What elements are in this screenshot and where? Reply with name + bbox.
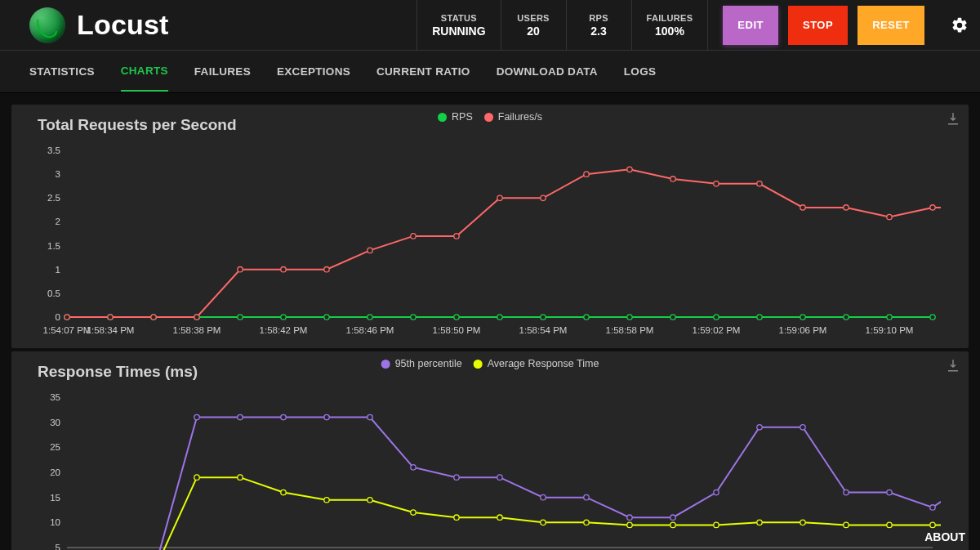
- about-link[interactable]: ABOUT: [924, 530, 965, 543]
- tab-statistics[interactable]: STATISTICS: [29, 52, 95, 91]
- svg-point-34: [670, 315, 675, 320]
- metric-failures: FAILURES 100%: [631, 0, 709, 50]
- svg-point-24: [238, 315, 243, 320]
- svg-point-99: [887, 490, 892, 494]
- tab-exceptions[interactable]: EXCEPTIONS: [277, 52, 350, 91]
- svg-point-92: [584, 494, 589, 499]
- svg-point-46: [281, 267, 286, 272]
- svg-point-93: [627, 515, 632, 520]
- chart-plot: 51015202530351:54:07 PM1:58:34 PM1:58:38…: [26, 384, 941, 550]
- svg-point-107: [324, 498, 329, 503]
- svg-point-114: [627, 522, 632, 527]
- metric-label: USERS: [517, 13, 549, 23]
- svg-point-39: [887, 315, 892, 320]
- edit-button[interactable]: EDIT: [723, 6, 778, 45]
- svg-text:1:58:38 PM: 1:58:38 PM: [173, 325, 221, 335]
- chart-requests-per-second: RPS Failures/s Total Requests per Second…: [11, 105, 969, 348]
- chart-response-times: 95th percentile Average Response Time Re…: [11, 351, 969, 550]
- svg-text:1:59:10 PM: 1:59:10 PM: [866, 325, 914, 335]
- svg-point-42: [108, 315, 113, 320]
- svg-text:1.5: 1.5: [47, 241, 60, 251]
- svg-point-25: [281, 315, 286, 320]
- svg-point-120: [887, 522, 892, 527]
- svg-point-118: [800, 520, 805, 525]
- stop-button[interactable]: STOP: [788, 6, 848, 45]
- svg-point-30: [497, 315, 502, 320]
- svg-point-58: [800, 205, 805, 210]
- svg-text:5: 5: [56, 543, 60, 550]
- svg-point-51: [497, 195, 502, 200]
- svg-point-48: [368, 248, 372, 253]
- svg-point-106: [281, 490, 286, 494]
- svg-point-31: [541, 315, 546, 320]
- charts-area: RPS Failures/s Total Requests per Second…: [0, 93, 980, 550]
- legend-item-rps[interactable]: RPS: [438, 111, 473, 123]
- svg-text:1:58:58 PM: 1:58:58 PM: [606, 325, 654, 335]
- svg-point-59: [844, 205, 849, 210]
- download-chart-button[interactable]: [946, 111, 960, 129]
- metric-label: FAILURES: [647, 13, 693, 23]
- svg-point-61: [930, 205, 935, 210]
- svg-point-49: [411, 234, 416, 239]
- svg-text:35: 35: [50, 392, 60, 402]
- svg-point-85: [281, 414, 286, 419]
- metric-value: 100%: [655, 25, 684, 38]
- reset-button[interactable]: RESET: [858, 6, 924, 45]
- brand-name: Locust: [77, 9, 169, 41]
- svg-point-108: [368, 498, 372, 503]
- legend-dot-icon: [484, 113, 493, 122]
- svg-point-27: [368, 315, 372, 320]
- metric-value: RUNNING: [432, 25, 485, 38]
- svg-point-88: [411, 465, 416, 470]
- svg-point-32: [584, 315, 589, 320]
- svg-point-29: [454, 315, 459, 320]
- legend-label: Failures/s: [498, 111, 542, 123]
- legend-dot-icon: [381, 360, 390, 369]
- svg-point-43: [151, 315, 156, 320]
- legend-label: Average Response Time: [488, 358, 599, 369]
- svg-point-121: [930, 522, 935, 527]
- download-chart-button[interactable]: [946, 358, 960, 376]
- svg-text:3.5: 3.5: [47, 145, 60, 155]
- svg-point-91: [541, 494, 546, 499]
- svg-text:25: 25: [50, 442, 60, 452]
- svg-text:1:58:50 PM: 1:58:50 PM: [433, 325, 481, 335]
- svg-point-110: [454, 515, 459, 520]
- svg-point-100: [930, 505, 935, 510]
- legend-item-avg[interactable]: Average Response Time: [474, 358, 599, 369]
- svg-point-116: [714, 522, 719, 527]
- locust-logo-icon: [29, 7, 65, 43]
- metric-status: STATUS RUNNING: [416, 0, 500, 50]
- svg-text:3: 3: [56, 169, 60, 179]
- tab-charts[interactable]: CHARTS: [121, 51, 168, 92]
- svg-point-40: [930, 315, 935, 320]
- download-icon: [946, 358, 960, 373]
- legend-item-failures[interactable]: Failures/s: [484, 111, 542, 123]
- tab-download-data[interactable]: DOWNLOAD DATA: [497, 52, 598, 91]
- chart-plot: 00.511.522.533.51:54:07 PM1:58:34 PM1:58…: [26, 137, 941, 342]
- svg-text:1: 1: [56, 265, 60, 275]
- tab-logs[interactable]: LOGS: [624, 52, 656, 91]
- svg-text:30: 30: [50, 418, 60, 427]
- svg-point-115: [670, 522, 675, 527]
- legend-dot-icon: [438, 113, 447, 122]
- svg-point-55: [670, 177, 675, 181]
- svg-point-95: [714, 490, 719, 494]
- svg-point-47: [324, 267, 329, 272]
- svg-point-89: [454, 475, 459, 480]
- metric-label: RPS: [589, 13, 608, 23]
- brand: Locust: [0, 7, 169, 43]
- svg-text:0.5: 0.5: [47, 288, 60, 298]
- svg-point-37: [800, 315, 805, 320]
- tab-current-ratio[interactable]: CURRENT RATIO: [376, 52, 470, 91]
- tab-failures[interactable]: FAILURES: [194, 52, 251, 91]
- legend-label: 95th percentile: [395, 358, 462, 369]
- svg-point-104: [194, 475, 199, 480]
- metric-value: 20: [527, 25, 540, 38]
- svg-point-86: [324, 414, 329, 419]
- legend-item-p95[interactable]: 95th percentile: [381, 358, 462, 369]
- chart-legend: RPS Failures/s: [438, 111, 542, 123]
- svg-text:20: 20: [50, 467, 60, 477]
- svg-point-57: [757, 181, 762, 186]
- settings-button[interactable]: [939, 16, 980, 34]
